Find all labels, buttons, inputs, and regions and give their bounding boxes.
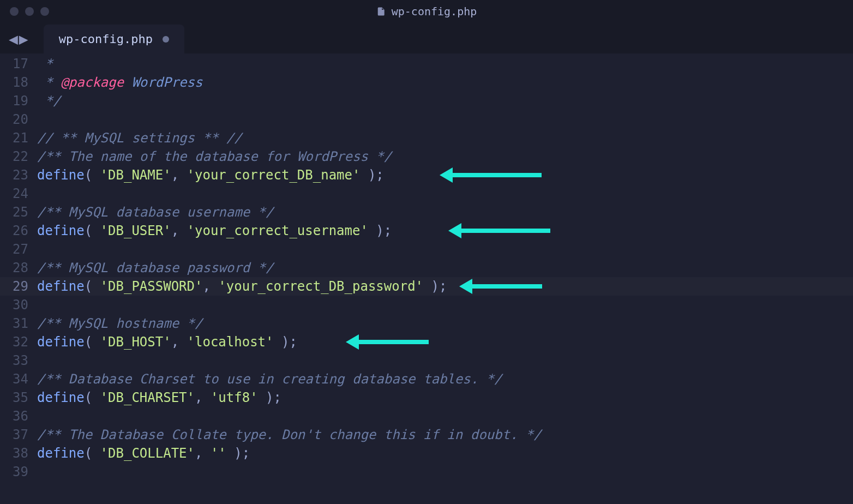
code-token (37, 75, 45, 90)
tab-label: wp-config.php (59, 32, 153, 46)
code-token: ); (226, 446, 250, 461)
code-token: define (37, 390, 85, 405)
line-number: 39 (5, 463, 28, 481)
code-line[interactable] (37, 184, 542, 203)
code-token: ); (360, 167, 383, 183)
code-token: /** Database Charset to use in creating … (37, 371, 502, 387)
nav-back-icon[interactable]: ◀ (9, 32, 18, 47)
code-line[interactable] (37, 296, 542, 314)
code-token: , (195, 390, 211, 405)
code-token: define (37, 223, 85, 238)
maximize-icon[interactable] (40, 7, 49, 16)
code-token: ( (85, 334, 100, 350)
code-token: * (45, 75, 61, 90)
code-token: ( (85, 223, 100, 238)
code-line[interactable]: */ (37, 92, 542, 110)
code-line[interactable]: define( 'DB_CHARSET', 'utf8' ); (37, 388, 542, 407)
code-token: 'localhost' (187, 334, 274, 350)
line-number: 18 (5, 73, 28, 92)
line-number: 27 (5, 240, 28, 259)
code-token: ); (258, 390, 281, 405)
line-number: 37 (5, 425, 28, 444)
titlebar: wp-config.php (0, 0, 853, 23)
code-token: ( (85, 446, 100, 461)
line-number: 19 (5, 92, 28, 110)
code-token: define (37, 446, 85, 461)
tab-modified-icon (163, 36, 169, 43)
line-number: 26 (5, 221, 28, 240)
code-token: /** The name of the database for WordPre… (37, 149, 392, 164)
code-editor[interactable]: 1718192021222324252627282930313233343536… (0, 53, 853, 482)
code-token: @package (61, 75, 124, 90)
code-line[interactable] (37, 110, 542, 129)
code-line[interactable]: /** MySQL database username */ (37, 203, 542, 221)
tab-wp-config[interactable]: wp-config.php (44, 25, 184, 53)
code-token: define (37, 279, 85, 294)
line-gutter: 1718192021222324252627282930313233343536… (0, 53, 37, 482)
line-number: 21 (5, 129, 28, 147)
line-number: 38 (5, 444, 28, 463)
code-line[interactable]: define( 'DB_USER', 'your_correct_usernam… (37, 221, 542, 240)
code-token: , (171, 167, 187, 183)
line-number: 24 (5, 184, 28, 203)
code-token: , (195, 446, 211, 461)
code-token: 'your_correct_DB_password' (218, 279, 423, 294)
code-line[interactable]: * (37, 55, 542, 73)
code-line[interactable]: * @package WordPress (37, 73, 542, 92)
code-line[interactable]: /** The Database Collate type. Don't cha… (37, 425, 542, 444)
line-number: 22 (5, 147, 28, 166)
code-line[interactable]: /** MySQL database password */ (37, 259, 542, 277)
code-token: 'DB_USER' (100, 223, 171, 238)
line-number: 30 (5, 296, 28, 314)
code-line[interactable] (37, 240, 542, 259)
nav-forward-icon[interactable]: ▶ (19, 32, 28, 47)
code-token: ); (274, 334, 297, 350)
code-line[interactable] (37, 407, 542, 425)
line-number: 23 (5, 166, 28, 184)
code-token: ( (85, 279, 100, 294)
code-token: /** MySQL database password */ (37, 260, 273, 275)
window-controls (10, 7, 49, 16)
line-number: 34 (5, 370, 28, 388)
code-token: ( (85, 390, 100, 405)
code-token (37, 56, 45, 71)
code-line[interactable]: define( 'DB_COLLATE', '' ); (37, 444, 542, 463)
tabbar: ◀ ▶ wp-config.php (0, 23, 853, 53)
window-title: wp-config.php (376, 5, 477, 18)
code-line[interactable]: define( 'DB_PASSWORD', 'your_correct_DB_… (0, 277, 853, 296)
code-token: ); (368, 223, 392, 238)
code-token: 'DB_NAME' (100, 167, 171, 183)
code-token: , (171, 334, 187, 350)
code-line[interactable]: define( 'DB_HOST', 'localhost' ); (37, 333, 542, 351)
close-icon[interactable] (10, 7, 19, 16)
code-token: 'DB_COLLATE' (100, 446, 195, 461)
code-area[interactable]: * * @package WordPress */ // ** MySQL se… (37, 53, 542, 482)
code-token: define (37, 167, 85, 183)
code-token: ( (85, 167, 100, 183)
line-number: 17 (5, 55, 28, 73)
code-token: // ** MySQL settings ** // (37, 130, 242, 146)
code-token: * (45, 56, 52, 71)
code-token: /** MySQL database username */ (37, 205, 273, 220)
code-line[interactable] (37, 463, 542, 481)
line-number: 36 (5, 407, 28, 425)
code-token: 'your_correct_username' (187, 223, 368, 238)
line-number: 20 (5, 110, 28, 129)
window-title-text: wp-config.php (392, 5, 477, 18)
code-line[interactable]: // ** MySQL settings ** // (37, 129, 542, 147)
code-line[interactable]: define( 'DB_NAME', 'your_correct_DB_name… (37, 166, 542, 184)
code-token: */ (45, 93, 61, 109)
code-token: 'DB_CHARSET' (100, 390, 195, 405)
code-line[interactable]: /** MySQL hostname */ (37, 314, 542, 333)
code-token: , (202, 279, 218, 294)
minimize-icon[interactable] (25, 7, 34, 16)
code-token: 'your_correct_DB_name' (187, 167, 361, 183)
code-line[interactable]: /** The name of the database for WordPre… (37, 147, 542, 166)
code-line[interactable]: /** Database Charset to use in creating … (37, 370, 542, 388)
code-token: /** The Database Collate type. Don't cha… (37, 427, 542, 442)
code-token: 'DB_HOST' (100, 334, 171, 350)
code-token: WordPress (131, 75, 202, 90)
code-token: , (171, 223, 187, 238)
code-token: /** MySQL hostname */ (37, 316, 202, 331)
code-line[interactable] (37, 351, 542, 370)
